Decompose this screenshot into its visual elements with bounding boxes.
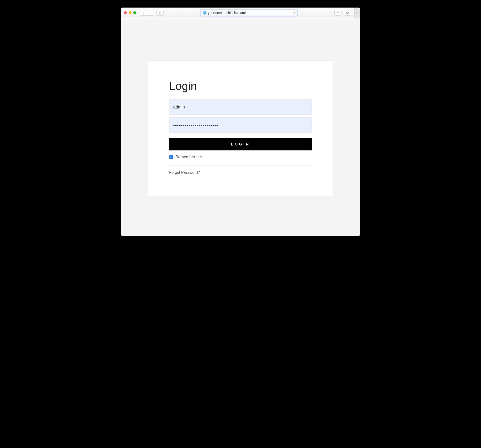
remember-me-label: Remember me xyxy=(175,155,202,159)
reload-button[interactable] xyxy=(292,11,296,15)
maximize-window-button[interactable] xyxy=(133,11,136,14)
show-tabs-button[interactable] xyxy=(344,10,351,15)
close-window-button[interactable] xyxy=(124,11,127,14)
new-tab-button[interactable]: + xyxy=(354,7,360,18)
forgot-password-link[interactable]: Forgot Password? xyxy=(169,170,200,175)
page-body: Login ••••••••••••••••••••••• LOGIN Reme… xyxy=(121,18,360,236)
password-mask: ••••••••••••••••••••••• xyxy=(173,123,218,128)
remember-me-checkbox[interactable] xyxy=(169,155,173,159)
username-input[interactable] xyxy=(169,100,312,115)
svg-rect-3 xyxy=(346,12,348,14)
forward-button[interactable] xyxy=(147,10,154,15)
address-bar[interactable]: yourmembershipsite.com xyxy=(201,10,297,16)
svg-rect-4 xyxy=(347,12,348,13)
globe-icon xyxy=(203,11,207,15)
remember-me-row: Remember me xyxy=(169,155,312,159)
password-input[interactable]: ••••••••••••••••••••••• xyxy=(169,118,312,132)
plus-icon: + xyxy=(356,11,358,15)
back-button[interactable] xyxy=(140,10,147,15)
login-button[interactable]: LOGIN xyxy=(169,138,312,150)
divider xyxy=(169,166,312,166)
minimize-window-button[interactable] xyxy=(129,11,131,14)
traffic-lights xyxy=(124,11,136,14)
login-title: Login xyxy=(169,80,312,92)
address-bar-text: yourmembershipsite.com xyxy=(208,11,245,15)
nav-back-forward xyxy=(140,10,154,15)
svg-rect-0 xyxy=(159,12,161,14)
login-card: Login ••••••••••••••••••••••• LOGIN Reme… xyxy=(148,60,333,196)
share-button[interactable] xyxy=(334,10,341,15)
sidebar-toggle-button[interactable] xyxy=(157,10,164,15)
browser-titlebar: yourmembershipsite.com + xyxy=(121,7,360,18)
browser-window: yourmembershipsite.com + Login •••••••••… xyxy=(121,7,360,236)
